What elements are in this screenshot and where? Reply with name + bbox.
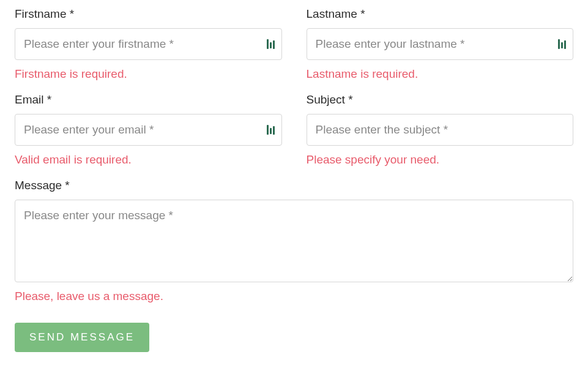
lastname-error: Lastname is required. bbox=[307, 67, 574, 81]
email-input-wrap bbox=[15, 114, 282, 146]
contact-form: Firstname * Firstname is required. Lastn… bbox=[15, 7, 573, 352]
subject-error: Please specify your need. bbox=[307, 153, 574, 167]
send-message-button[interactable]: SEND MESSAGE bbox=[15, 323, 149, 352]
firstname-label: Firstname * bbox=[15, 7, 282, 21]
firstname-input[interactable] bbox=[15, 28, 282, 60]
lastname-input[interactable] bbox=[307, 28, 574, 60]
subject-input[interactable] bbox=[307, 114, 574, 146]
email-label: Email * bbox=[15, 93, 282, 107]
subject-label: Subject * bbox=[307, 93, 574, 107]
message-textarea[interactable] bbox=[15, 200, 573, 282]
lastname-label: Lastname * bbox=[307, 7, 574, 21]
message-label: Message * bbox=[15, 179, 573, 192]
firstname-error: Firstname is required. bbox=[15, 67, 282, 81]
group-subject: Subject * Please specify your need. bbox=[307, 93, 574, 167]
row-email-subject: Email * Valid email is required. Subject… bbox=[15, 93, 573, 167]
group-email: Email * Valid email is required. bbox=[15, 93, 282, 167]
group-lastname: Lastname * Lastname is required. bbox=[307, 7, 574, 81]
row-name: Firstname * Firstname is required. Lastn… bbox=[15, 7, 573, 81]
email-input[interactable] bbox=[15, 114, 282, 146]
lastname-input-wrap bbox=[307, 28, 574, 60]
subject-input-wrap bbox=[307, 114, 574, 146]
message-error: Please, leave us a message. bbox=[15, 290, 573, 303]
firstname-input-wrap bbox=[15, 28, 282, 60]
email-error: Valid email is required. bbox=[15, 153, 282, 167]
group-firstname: Firstname * Firstname is required. bbox=[15, 7, 282, 81]
group-message: Message * Please, leave us a message. bbox=[15, 179, 573, 303]
